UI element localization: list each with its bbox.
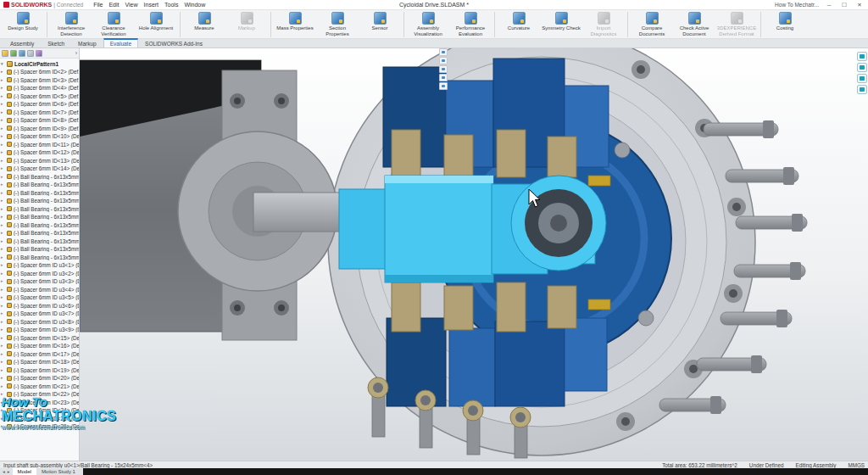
expand-arrow-icon[interactable]: ▸ [1, 141, 5, 148]
expand-arrow-icon[interactable]: ▸ [1, 383, 5, 390]
dimxpertmanager-tab-icon[interactable] [27, 50, 34, 57]
ribbon-tab[interactable]: Sketch [41, 39, 71, 48]
tree-item[interactable]: ▸ (-) Ball Bearing - 6x13x5mm<9> [1, 238, 79, 246]
tab-scroll-left-icon[interactable]: ◂ [3, 469, 5, 474]
tree-item[interactable]: ▸ (-) Spacer 6mm ID<9> (Def... [1, 125, 79, 133]
hide-show-items-icon[interactable] [439, 65, 448, 73]
displaymanager-tab-icon[interactable] [36, 50, 42, 57]
tree-item[interactable]: ▸ (-) Spacer 6mm ID<20> (Def... [1, 374, 79, 383]
menu-item[interactable]: File [93, 2, 103, 8]
expand-arrow-icon[interactable]: ▸ [1, 366, 5, 374]
panel-expand-chevron-icon[interactable]: › [75, 50, 77, 56]
expand-arrow-icon[interactable]: ▸ [1, 68, 5, 75]
menu-item[interactable]: Tools [164, 2, 178, 8]
collaboration-icon[interactable] [857, 85, 867, 94]
expand-arrow-icon[interactable]: ▸ [1, 92, 5, 100]
ribbon-tool-button[interactable]: 3DEXPERIENCE Derived Format Converter [715, 11, 758, 38]
tree-item[interactable]: ▸ (-) Spacer 6mm ID<2> (Def... [1, 68, 79, 76]
user-account-label[interactable]: How To Mechatr... [775, 2, 819, 8]
expand-arrow-icon[interactable]: ▸ [1, 406, 5, 414]
expand-arrow-icon[interactable]: ▸ [1, 213, 5, 221]
ribbon-tool-button[interactable]: Interference Detection [50, 11, 92, 38]
tree-item[interactable]: ▸ (-) Spacer 6mm ID<7> (Def... [1, 109, 79, 117]
ribbon-tool-button[interactable]: Design Study [2, 11, 44, 38]
expand-arrow-icon[interactable]: ▸ [1, 197, 5, 204]
tree-item[interactable]: ▸ (-) Spacer 6mm ID<19> (Def... [1, 366, 79, 375]
featuremanager-tab-icon[interactable] [2, 50, 8, 57]
expand-arrow-icon[interactable]: ▸ [1, 390, 5, 398]
tree-item[interactable]: ▸ (-) Ball Bearing - 6x13x5mm<3> [1, 189, 79, 198]
tree-item[interactable]: ▸ (-) Spacer 6mm ID u3<7> (D... [1, 310, 79, 318]
expand-arrow-icon[interactable]: ▸ [1, 165, 5, 172]
expand-arrow-icon[interactable]: ▸ [1, 245, 5, 253]
expand-arrow-icon[interactable]: ▸ [1, 229, 5, 237]
expand-arrow-icon[interactable]: ▸ [1, 76, 5, 84]
tree-item[interactable]: ▸ (-) Spacer 6mm ID u3<8> (D... [1, 318, 79, 327]
expand-arrow-icon[interactable]: ▸ [1, 293, 5, 301]
tree-item[interactable]: ▸ (-) Ball Bearing - 6x13x5mm<11> [1, 254, 79, 262]
expand-arrow-icon[interactable]: ▸ [1, 125, 5, 132]
expand-arrow-icon[interactable]: ▸ [1, 116, 5, 124]
expand-arrow-icon[interactable]: ▸ [1, 157, 5, 165]
expand-arrow-icon[interactable]: ▸ [1, 277, 5, 285]
ribbon-tool-button[interactable]: Markup [225, 11, 268, 38]
expand-arrow-icon[interactable]: ▸ [1, 286, 5, 293]
model-tab[interactable]: Model [13, 468, 36, 475]
expand-arrow-icon[interactable]: ▸ [1, 270, 5, 277]
tree-root-item[interactable]: ▾ LocalCirPattern1 [1, 59, 79, 68]
tree-item[interactable]: ▸ (-) Spacer 6mm ID<23> (Def... [1, 399, 79, 407]
tree-item[interactable]: ▸ (-) Ball Bearing - 6x13x5mm<7> [1, 221, 79, 230]
ribbon-tool-button[interactable]: Performance Evaluation [449, 11, 492, 38]
tree-item[interactable]: ▸ (-) Ball Bearing - 6x13x5mm<5> [1, 205, 79, 214]
model-view-canvas[interactable] [80, 48, 868, 461]
ribbon-tool-button[interactable]: Check Active Document [673, 11, 715, 38]
propertymanager-tab-icon[interactable] [10, 50, 17, 57]
tree-item[interactable]: ▸ (-) Spacer 6mm ID<25> (Def... [1, 415, 79, 423]
expand-arrow-icon[interactable]: ▸ [1, 254, 5, 261]
expand-arrow-icon[interactable]: ▸ [1, 109, 5, 116]
tree-item[interactable]: ▸ (-) Spacer 6mm ID u3<5> (D... [1, 293, 79, 302]
expand-arrow-icon[interactable]: ▸ [1, 310, 5, 317]
edit-appearance-icon[interactable] [439, 74, 448, 81]
tree-item[interactable]: ▸ (-) Ball Bearing - 6x13x5mm<8> [1, 229, 79, 238]
tree-item[interactable]: ▸ (-) Spacer 6mm ID<12> (Def... [1, 148, 79, 157]
expand-arrow-icon[interactable]: ▸ [1, 84, 5, 92]
tree-item[interactable]: ▸ (-) Spacer 6mm ID<5> (Def... [1, 92, 79, 101]
expand-arrow-icon[interactable]: ▸ [1, 326, 5, 333]
tree-item[interactable]: ▸ (-) Spacer 6mm ID u3<4> (D... [1, 286, 79, 294]
tree-item[interactable]: ▸ (-) Spacer 6mm ID<22> (Def... [1, 390, 79, 399]
ribbon-tool-button[interactable]: Compare Documents [631, 11, 673, 38]
ribbon-tool-button[interactable]: Curvature [498, 11, 540, 38]
tree-item[interactable]: ▸ (-) Spacer 6mm ID<16> (Def... [1, 342, 79, 350]
expand-arrow-icon[interactable]: ▸ [1, 189, 5, 197]
apply-scene-icon[interactable] [439, 82, 448, 90]
minimize-button[interactable]: ─ [824, 2, 834, 8]
3dexperience-panel-icon[interactable] [857, 52, 867, 61]
tree-item[interactable]: ▸ (-) Ball Bearing - 6x13x5mm<2> [1, 181, 79, 189]
ribbon-tool-button[interactable]: Symmetry Check [540, 11, 582, 38]
expand-arrow-icon[interactable]: ▸ [1, 342, 5, 349]
display-style-icon[interactable] [439, 57, 448, 64]
model-tab[interactable]: Motion Study 1 [36, 468, 81, 475]
motor-assembly[interactable] [80, 60, 345, 340]
tree-item[interactable]: ▸ (-) Ball Bearing - 6x13x5mm<4> [1, 197, 79, 205]
ribbon-tool-button[interactable]: Section Properties [316, 11, 359, 38]
ribbon-tab[interactable]: SOLIDWORKS Add-Ins [138, 39, 209, 48]
maximize-button[interactable]: ☐ [839, 2, 849, 8]
tree-item[interactable]: ▸ (-) Spacer 6mm ID<8> (Def... [1, 116, 79, 125]
tree-item[interactable]: ▸ (-) Spacer 6mm ID<6> (Def... [1, 100, 79, 109]
share-content-icon[interactable] [857, 74, 867, 83]
ribbon-tool-button[interactable]: Import Diagnostics [582, 11, 625, 38]
expand-arrow-icon[interactable]: ▸ [1, 302, 5, 310]
tree-item[interactable]: ▸ (-) Spacer 6mm ID<17> (Def... [1, 350, 79, 359]
ribbon-tool-button[interactable]: Mass Properties [274, 11, 316, 38]
menu-item[interactable]: Insert [144, 2, 159, 8]
lifecycle-status-icon[interactable] [857, 63, 867, 72]
ribbon-tool-button[interactable]: Measure [183, 11, 225, 38]
tree-item[interactable]: ▸ (-) Ball Bearing - 6x13x5mm<6> [1, 213, 79, 221]
view-orientation-icon[interactable] [439, 48, 448, 56]
configurationmanager-tab-icon[interactable] [19, 50, 25, 57]
expand-arrow-icon[interactable]: ▸ [1, 318, 5, 326]
menu-item[interactable]: Window [184, 2, 205, 8]
expand-arrow-icon[interactable]: ▸ [1, 350, 5, 358]
